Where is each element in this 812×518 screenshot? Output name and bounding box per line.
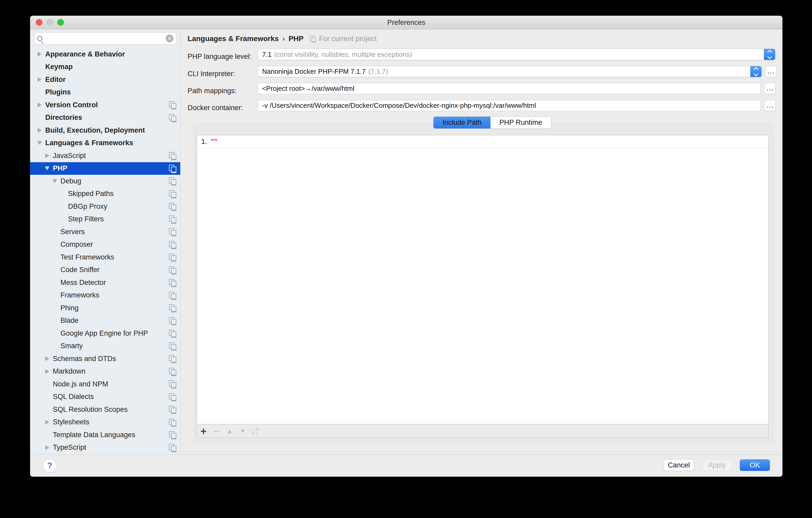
sidebar-item-step-filters[interactable]: Step Filters xyxy=(30,213,180,226)
sidebar-item-keymap[interactable]: Keymap xyxy=(30,61,180,74)
sidebar-item-label: Code Sniffer xyxy=(60,266,100,274)
docker-container-browse-button[interactable]: … xyxy=(764,100,776,111)
sidebar-item-template-data-languages[interactable]: Template Data Languages xyxy=(30,429,180,441)
sidebar-item-sql-resolution-scopes[interactable]: SQL Resolution Scopes xyxy=(30,403,180,416)
expand-arrow-icon[interactable] xyxy=(36,103,42,107)
path-mappings-browse-button[interactable]: … xyxy=(764,83,776,94)
docker-container-field[interactable]: -v /Users/vincent/Workspace/Docker/Compo… xyxy=(258,100,761,111)
sidebar-item-php[interactable]: PHP xyxy=(30,162,180,175)
project-settings-icon xyxy=(169,177,176,185)
project-settings-icon xyxy=(169,215,176,223)
collapse-arrow-icon[interactable] xyxy=(44,166,50,170)
php-language-level-value: 7.1 xyxy=(262,51,271,59)
stepper-icon[interactable] xyxy=(750,66,762,77)
expand-arrow-icon[interactable] xyxy=(36,77,42,82)
remove-path-button[interactable]: − xyxy=(210,425,223,437)
zoom-window-button[interactable] xyxy=(57,19,64,26)
sidebar-item-stylesheets[interactable]: Stylesheets xyxy=(30,416,180,429)
cli-interpreter-browse-button[interactable]: … xyxy=(765,66,777,77)
sidebar-item-label: Smarty xyxy=(60,342,83,350)
sidebar-item-version-control[interactable]: Version Control xyxy=(30,98,180,111)
sidebar-item-code-sniffer[interactable]: Code Sniffer xyxy=(30,264,180,277)
expand-arrow-icon[interactable] xyxy=(36,128,42,133)
sidebar-item-label: Template Data Languages xyxy=(53,431,135,439)
project-settings-icon xyxy=(169,190,176,198)
cli-interpreter-select[interactable]: Nanoninja Docker PHP-FPM 7.1.7 (7.1.7) xyxy=(258,66,762,77)
breadcrumb: Languages & Frameworks › PHP For current… xyxy=(187,34,377,43)
sidebar-item-typescript[interactable]: TypeScript xyxy=(30,441,180,454)
include-path-row[interactable]: 1."" xyxy=(197,135,768,148)
settings-search-field[interactable]: ✕ xyxy=(34,32,176,45)
help-button[interactable]: ? xyxy=(43,459,57,472)
cli-interpreter-detail: (7.1.7) xyxy=(368,67,388,76)
stepper-icon[interactable] xyxy=(764,49,775,60)
sidebar-item-appearance-behavior[interactable]: Appearance & Behavior xyxy=(30,48,180,61)
sidebar-item-markdown[interactable]: Markdown xyxy=(30,365,180,378)
sidebar-item-label: Frameworks xyxy=(60,291,99,299)
settings-content: Languages & Frameworks › PHP For current… xyxy=(180,29,782,454)
sidebar-item-label: Phing xyxy=(60,304,79,312)
sidebar-item-debug[interactable]: Debug xyxy=(30,175,180,188)
sidebar-item-javascript[interactable]: JavaScript xyxy=(30,149,180,162)
expand-arrow-icon[interactable] xyxy=(44,369,50,374)
move-down-button[interactable]: ▼ xyxy=(236,425,249,437)
cancel-button[interactable]: Cancel xyxy=(664,459,694,471)
cli-interpreter-value: Nanoninja Docker PHP-FPM 7.1.7 xyxy=(262,67,366,76)
sidebar-item-build-execution-deployment[interactable]: Build, Execution, Deployment xyxy=(30,124,180,137)
collapse-arrow-icon[interactable] xyxy=(52,179,58,183)
php-language-level-detail: (const visibility, nullables, multiple e… xyxy=(274,51,412,59)
path-mappings-field[interactable]: <Project root>→/var/www/html xyxy=(258,83,761,94)
sidebar-item-smarty[interactable]: Smarty xyxy=(30,340,180,353)
apply-button[interactable]: Apply xyxy=(702,459,732,471)
sidebar-item-google-app-engine-for-php[interactable]: Google App Engine for PHP xyxy=(30,327,180,340)
sidebar-item-editor[interactable]: Editor xyxy=(30,73,180,86)
breadcrumb-page: PHP xyxy=(289,34,304,43)
sidebar-item-frameworks[interactable]: Frameworks xyxy=(30,289,180,302)
sidebar-item-plugins[interactable]: Plugins xyxy=(30,86,180,99)
include-path-list[interactable]: 1."" xyxy=(197,135,768,425)
project-context-note: For current project xyxy=(309,35,377,43)
title-bar[interactable]: Preferences xyxy=(30,16,782,29)
tab-php-runtime[interactable]: PHP Runtime xyxy=(491,117,551,128)
sidebar-item-label: Google App Engine for PHP xyxy=(60,329,148,338)
move-up-button[interactable]: ▲ xyxy=(223,425,236,437)
sidebar-item-sql-dialects[interactable]: SQL Dialects xyxy=(30,391,180,403)
project-settings-icon xyxy=(169,406,176,413)
sidebar-item-node-js-and-npm[interactable]: Node.js and NPM xyxy=(30,378,180,391)
search-input[interactable] xyxy=(45,34,163,42)
sidebar-item-composer[interactable]: Composer xyxy=(30,238,180,251)
sidebar-item-blade[interactable]: Blade xyxy=(30,314,180,327)
sidebar-item-test-frameworks[interactable]: Test Frameworks xyxy=(30,251,180,264)
expand-arrow-icon[interactable] xyxy=(36,52,42,57)
sidebar-item-dbgp-proxy[interactable]: DBGp Proxy xyxy=(30,200,180,213)
expand-arrow-icon[interactable] xyxy=(44,445,50,450)
minimize-window-button[interactable] xyxy=(47,19,53,26)
sidebar-item-directories[interactable]: Directories xyxy=(30,111,180,124)
collapse-arrow-icon[interactable] xyxy=(36,141,42,145)
add-path-button[interactable]: + xyxy=(197,425,210,437)
expand-arrow-icon[interactable] xyxy=(44,356,50,361)
php-language-level-select[interactable]: 7.1 (const visibility, nullables, multip… xyxy=(258,49,775,60)
sidebar-item-skipped-paths[interactable]: Skipped Paths xyxy=(30,188,180,200)
expand-arrow-icon[interactable] xyxy=(44,420,50,425)
sidebar-item-servers[interactable]: Servers xyxy=(30,226,180,238)
sidebar-item-languages-frameworks[interactable]: Languages & Frameworks xyxy=(30,137,180,150)
tab-include-path[interactable]: Include Path xyxy=(433,117,491,128)
sidebar-item-schemas-and-dtds[interactable]: Schemas and DTDs xyxy=(30,352,180,365)
expand-arrow-icon[interactable] xyxy=(44,153,50,158)
include-path-tabs: Include Path PHP Runtime xyxy=(433,116,551,129)
sort-letter-a: a xyxy=(256,427,258,431)
project-settings-icon xyxy=(169,431,176,439)
clear-search-icon[interactable]: ✕ xyxy=(166,34,173,42)
project-settings-icon xyxy=(169,114,176,122)
sort-alphabetically-button[interactable]: ↓ a z xyxy=(251,426,258,436)
sidebar-item-phing[interactable]: Phing xyxy=(30,301,180,314)
settings-tree: Appearance & BehaviorKeymapEditorPlugins… xyxy=(30,48,180,454)
sidebar-item-mess-detector[interactable]: Mess Detector xyxy=(30,276,180,289)
project-settings-icon xyxy=(169,254,176,261)
ok-button[interactable]: OK xyxy=(740,459,770,471)
close-window-button[interactable] xyxy=(36,19,42,26)
docker-container-label: Docker container: xyxy=(187,102,243,114)
sidebar-item-label: SQL Dialects xyxy=(53,393,94,401)
project-settings-icon xyxy=(169,292,176,299)
